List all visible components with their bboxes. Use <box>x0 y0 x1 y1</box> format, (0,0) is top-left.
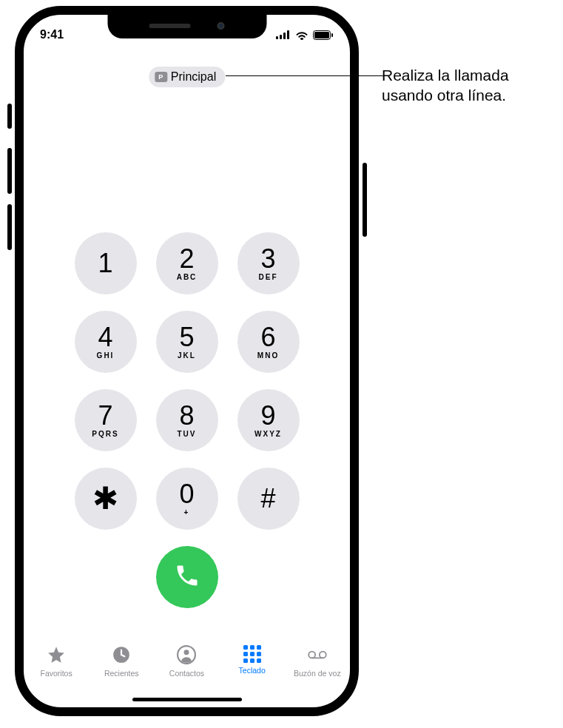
star-icon <box>47 645 66 666</box>
wifi-icon <box>295 30 309 40</box>
keypad-icon <box>243 645 261 663</box>
status-time: 9:41 <box>40 28 64 41</box>
home-indicator[interactable] <box>132 698 242 701</box>
svg-point-11 <box>320 652 326 658</box>
call-button[interactable] <box>156 546 218 608</box>
key-1[interactable]: 1 <box>75 232 137 294</box>
tab-label: Favoritos <box>41 669 73 678</box>
key-3[interactable]: 3DEF <box>237 232 300 294</box>
mute-switch <box>7 104 12 129</box>
callout-line <box>226 75 385 76</box>
signal-icon <box>276 30 291 39</box>
tab-contacts[interactable]: Contactos <box>154 645 219 678</box>
callout-text: Realiza la llamada usando otra línea. <box>382 65 552 106</box>
svg-rect-0 <box>276 36 278 39</box>
line-badge: P <box>155 72 167 82</box>
line-label: Principal <box>171 70 216 84</box>
volume-down-button <box>7 204 12 250</box>
phone-icon <box>174 562 200 592</box>
svg-point-10 <box>309 652 315 658</box>
key-8[interactable]: 8TUV <box>156 389 218 451</box>
svg-rect-6 <box>331 33 333 37</box>
key-star[interactable]: ✱ <box>75 468 137 530</box>
tab-label: Buzón de voz <box>294 669 341 678</box>
clock-icon <box>112 645 131 666</box>
notch <box>107 13 266 38</box>
tab-keypad[interactable]: Teclado <box>220 645 285 675</box>
svg-rect-1 <box>280 35 282 39</box>
tab-label: Contactos <box>169 669 204 678</box>
tab-label: Recientes <box>104 669 139 678</box>
svg-rect-3 <box>287 30 289 39</box>
line-selector[interactable]: P Principal <box>149 67 225 87</box>
key-6[interactable]: 6MNO <box>237 311 300 373</box>
iphone-frame: 9:41 P Principal 1 2ABC 3DEF 4GHI 5JKL 6… <box>15 6 359 716</box>
tab-favorites[interactable]: Favoritos <box>24 645 89 678</box>
key-hash[interactable]: # <box>237 468 300 530</box>
contacts-icon <box>177 645 196 666</box>
side-button <box>363 163 367 237</box>
volume-up-button <box>7 148 12 194</box>
key-5[interactable]: 5JKL <box>156 311 218 373</box>
key-0[interactable]: 0+ <box>156 468 218 530</box>
key-9[interactable]: 9WXYZ <box>237 389 300 451</box>
key-7[interactable]: 7PQRS <box>75 389 137 451</box>
svg-point-9 <box>184 650 189 655</box>
voicemail-icon <box>308 645 327 666</box>
svg-rect-2 <box>283 33 286 39</box>
tab-label: Teclado <box>239 666 266 675</box>
tab-voicemail[interactable]: Buzón de voz <box>285 645 350 678</box>
battery-icon <box>313 30 334 40</box>
key-4[interactable]: 4GHI <box>75 311 137 373</box>
key-2[interactable]: 2ABC <box>156 232 218 294</box>
tab-recents[interactable]: Recientes <box>89 645 154 678</box>
svg-rect-5 <box>314 32 329 38</box>
keypad: 1 2ABC 3DEF 4GHI 5JKL 6MNO 7PQRS 8TUV 9W… <box>24 232 350 608</box>
